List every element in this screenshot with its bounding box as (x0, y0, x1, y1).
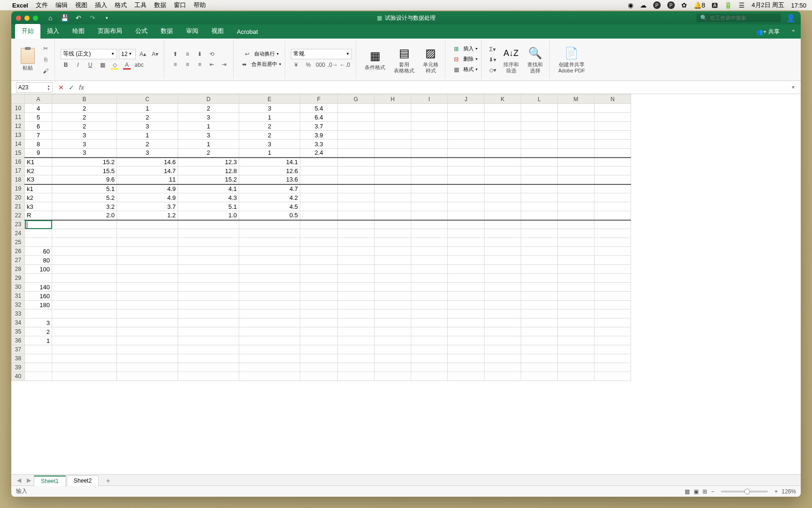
cell-J39[interactable] (448, 363, 484, 372)
cell-M16[interactable] (558, 158, 594, 167)
cell-F23[interactable] (300, 220, 338, 229)
cell-E28[interactable] (239, 265, 300, 274)
cell-D14[interactable]: 1 (178, 140, 239, 149)
cell-G30[interactable] (338, 283, 375, 292)
cell-M10[interactable] (558, 104, 594, 113)
cell-G25[interactable] (338, 238, 375, 247)
col-header-F[interactable]: F (300, 95, 338, 104)
cell-I19[interactable] (411, 184, 448, 193)
cell-I14[interactable] (411, 140, 448, 149)
cell-G29[interactable] (338, 274, 375, 283)
cell-B22[interactable]: 2.0 (52, 211, 117, 220)
cell-G31[interactable] (338, 292, 375, 301)
col-header-D[interactable]: D (178, 95, 239, 104)
cell-C12[interactable]: 3 (117, 122, 178, 131)
cell-N31[interactable] (594, 292, 631, 301)
format-painter-icon[interactable]: 🖌 (40, 66, 51, 76)
phonetic-button[interactable]: abc (134, 60, 144, 70)
cell-N18[interactable] (594, 175, 631, 184)
cell-D21[interactable]: 5.1 (178, 202, 239, 211)
cell-J37[interactable] (448, 345, 484, 354)
cell-C18[interactable]: 11 (117, 175, 178, 184)
cell-D35[interactable] (178, 327, 239, 336)
cell-A25[interactable] (25, 238, 52, 247)
cell-E33[interactable] (239, 310, 300, 318)
cell-J27[interactable] (448, 256, 484, 265)
cell-E25[interactable] (239, 238, 300, 247)
cell-L22[interactable] (521, 211, 558, 220)
row-header-33[interactable]: 33 (12, 310, 25, 318)
cell-M38[interactable] (558, 354, 594, 363)
clear-icon[interactable]: ◇▾ (487, 65, 498, 75)
cell-L33[interactable] (521, 310, 558, 318)
font-size-select[interactable]: 12▼ (119, 49, 136, 59)
app-name[interactable]: Excel (12, 2, 28, 9)
col-header-E[interactable]: E (239, 95, 300, 104)
cell-K22[interactable] (484, 211, 521, 220)
cell-G40[interactable] (338, 372, 375, 381)
tab-data[interactable]: 数据 (154, 24, 180, 39)
cell-A21[interactable]: k3 (25, 202, 52, 211)
cell-B17[interactable]: 15.5 (52, 167, 117, 175)
conditional-format-button[interactable]: ▦条件格式 (362, 45, 388, 74)
cell-M18[interactable] (558, 175, 594, 184)
col-header-K[interactable]: K (484, 95, 521, 104)
row-header-36[interactable]: 36 (12, 336, 25, 345)
cell-M34[interactable] (558, 318, 594, 327)
cell-A14[interactable]: 8 (25, 140, 52, 149)
cell-C21[interactable]: 3.7 (117, 202, 178, 211)
cell-H31[interactable] (375, 292, 411, 301)
cell-L13[interactable] (521, 131, 558, 140)
cell-M26[interactable] (558, 247, 594, 256)
sheet-search[interactable]: 🔍 (696, 14, 781, 22)
row-header-24[interactable]: 24 (12, 229, 25, 238)
tab-draw[interactable]: 绘图 (66, 24, 91, 39)
cell-F10[interactable]: 5.4 (300, 104, 338, 113)
cell-E16[interactable]: 14.1 (239, 158, 300, 167)
cell-I15[interactable] (411, 149, 448, 158)
cell-A36[interactable]: 1 (25, 336, 52, 345)
formula-expand-icon[interactable]: ▼ (789, 85, 798, 90)
cell-M19[interactable] (558, 184, 594, 193)
row-header-32[interactable]: 32 (12, 301, 25, 310)
cell-I17[interactable] (411, 167, 448, 175)
cell-K17[interactable] (484, 167, 521, 175)
cell-F34[interactable] (300, 318, 338, 327)
cell-M36[interactable] (558, 336, 594, 345)
cell-L27[interactable] (521, 256, 558, 265)
cell-M37[interactable] (558, 345, 594, 354)
cell-H33[interactable] (375, 310, 411, 318)
cell-B37[interactable] (52, 345, 117, 354)
cell-K33[interactable] (484, 310, 521, 318)
align-bottom-icon[interactable]: ⬇ (195, 49, 205, 59)
fill-color-button[interactable]: ◇ (109, 60, 120, 70)
status-p2-icon[interactable]: P (667, 1, 675, 9)
cell-J40[interactable] (448, 372, 484, 381)
cell-C36[interactable] (117, 336, 178, 345)
cell-L17[interactable] (521, 167, 558, 175)
cell-G38[interactable] (338, 354, 375, 363)
col-header-G[interactable]: G (338, 95, 375, 104)
delete-cells-button[interactable]: 删除 (463, 56, 474, 63)
underline-button[interactable]: U (85, 60, 95, 70)
cell-N23[interactable] (594, 220, 631, 229)
cell-C23[interactable] (117, 220, 178, 229)
cell-J11[interactable] (448, 113, 484, 122)
cell-N26[interactable] (594, 247, 631, 256)
cell-N25[interactable] (594, 238, 631, 247)
cell-D12[interactable]: 1 (178, 122, 239, 131)
cell-C20[interactable]: 4.9 (117, 193, 178, 202)
cell-N28[interactable] (594, 265, 631, 274)
cell-G14[interactable] (338, 140, 375, 149)
cell-F31[interactable] (300, 292, 338, 301)
cell-N17[interactable] (594, 167, 631, 175)
row-header-30[interactable]: 30 (12, 283, 25, 292)
cell-C14[interactable]: 2 (117, 140, 178, 149)
cell-D23[interactable] (178, 220, 239, 229)
cell-A38[interactable] (25, 354, 52, 363)
add-sheet-button[interactable]: + (100, 476, 117, 486)
cell-F11[interactable]: 6.4 (300, 113, 338, 122)
cell-E27[interactable] (239, 256, 300, 265)
cell-L35[interactable] (521, 327, 558, 336)
cell-E11[interactable]: 1 (239, 113, 300, 122)
